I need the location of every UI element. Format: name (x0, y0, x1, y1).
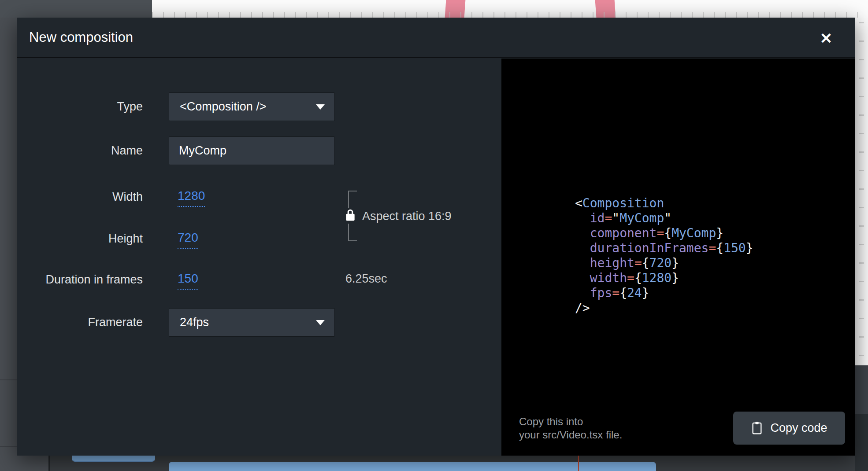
composition-form: Type <Composition /> Name Width 1280 Hei… (17, 59, 501, 456)
aspect-ratio-label: Aspect ratio 16:9 (362, 210, 452, 223)
height-label: Height (17, 230, 143, 247)
background-toolbar (0, 0, 152, 18)
duration-seconds-readout: 6.25sec (345, 272, 387, 286)
dialog-title: New composition (29, 29, 133, 45)
copy-code-button[interactable]: Copy code (733, 412, 845, 445)
playhead-line (578, 456, 579, 471)
timeline-track-bar-small (72, 456, 155, 462)
aspect-bracket-bottom (348, 224, 357, 241)
timeline-ruler (152, 0, 868, 18)
timeline-divider (48, 456, 50, 471)
width-label: Width (17, 188, 143, 205)
copy-code-label: Copy code (770, 421, 827, 435)
framerate-label: Framerate (17, 308, 143, 337)
type-label: Type (17, 92, 143, 121)
background-right-bottom (855, 414, 868, 471)
framerate-select[interactable]: 24fps (169, 308, 335, 337)
height-value-link[interactable]: 720 (178, 230, 198, 249)
copy-hint-text: Copy this into your src/Video.tsx file. (519, 415, 622, 442)
duration-label: Duration in frames (17, 271, 143, 288)
timeline-corner (0, 456, 48, 471)
copy-hint-line2: your src/Video.tsx file. (519, 428, 622, 442)
background-left-strip (0, 18, 17, 471)
lock-icon (343, 208, 357, 223)
aspect-bracket-top (348, 191, 357, 208)
type-select[interactable]: <Composition /> (169, 92, 335, 121)
type-select-value: <Composition /> (180, 93, 267, 121)
timeline-area (0, 456, 855, 471)
width-value-link[interactable]: 1280 (178, 188, 205, 207)
chevron-down-icon (316, 320, 325, 325)
code-preview-panel: <Composition id="MyComp" component={MyCo… (501, 59, 855, 456)
dialog-header: New composition ✕ (17, 18, 855, 58)
background-right-mid (855, 365, 868, 414)
clipboard-icon (751, 421, 763, 435)
copy-hint-line1: Copy this into (519, 415, 622, 428)
code-snippet: <Composition id="MyComp" component={MyCo… (575, 196, 753, 316)
background-right-strip (855, 18, 868, 365)
ruler-ticks (152, 12, 868, 18)
close-button[interactable]: ✕ (815, 27, 837, 49)
new-composition-dialog: New composition ✕ Type <Composition /> N… (17, 18, 855, 456)
chevron-down-icon (316, 104, 325, 110)
timeline-track-bar-large (169, 462, 656, 471)
name-input[interactable] (169, 136, 335, 165)
duration-value-link[interactable]: 150 (178, 271, 198, 290)
framerate-select-value: 24fps (180, 309, 209, 336)
name-label: Name (17, 136, 143, 165)
